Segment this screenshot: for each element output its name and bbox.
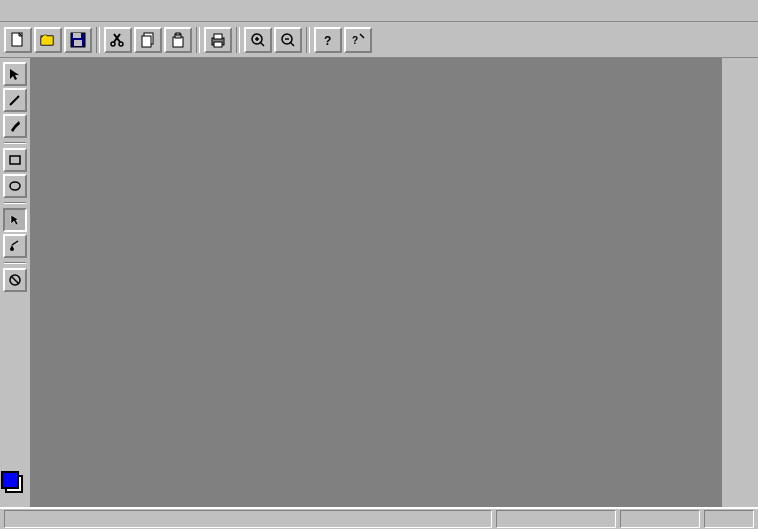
fg-color-swatch[interactable] [1, 471, 19, 489]
status-mode [704, 510, 754, 528]
paste-button[interactable] [164, 27, 192, 53]
svg-rect-4 [73, 33, 81, 38]
toolbar: ? ? [0, 22, 758, 58]
status-color1 [496, 510, 616, 528]
canvas-area[interactable] [32, 58, 720, 507]
tool-ellipse[interactable] [3, 174, 27, 198]
toolbar-sep-3 [236, 27, 240, 53]
color-selector [1, 471, 29, 503]
tool-pen[interactable] [3, 114, 27, 138]
new-button[interactable] [4, 27, 32, 53]
open-button[interactable] [34, 27, 62, 53]
menu-pattern-info[interactable] [40, 9, 52, 13]
color-swatch-area [1, 471, 29, 499]
tool-erase[interactable] [3, 268, 27, 292]
svg-rect-16 [214, 34, 222, 39]
toolbar-sep-4 [306, 27, 310, 53]
tool-sep-1 [4, 142, 26, 144]
svg-point-9 [119, 42, 123, 46]
menu-bar [0, 0, 758, 22]
help-button[interactable]: ? [314, 27, 342, 53]
svg-marker-27 [10, 69, 19, 80]
save-button[interactable] [64, 27, 92, 53]
svg-line-28 [10, 96, 19, 105]
tool-cursor[interactable] [3, 208, 27, 232]
toolbar-sep-1 [96, 27, 100, 53]
svg-line-32 [12, 241, 18, 245]
menu-help[interactable] [88, 9, 100, 13]
zoom-out-button[interactable] [274, 27, 302, 53]
status-color2 [620, 510, 700, 528]
whats-this-button[interactable]: ? [344, 27, 372, 53]
cut-button[interactable] [104, 27, 132, 53]
svg-line-23 [290, 42, 294, 46]
menu-file[interactable] [4, 9, 16, 13]
svg-point-8 [111, 42, 115, 46]
menu-colors[interactable] [64, 9, 76, 13]
tool-sep-2 [4, 202, 26, 204]
menu-import-image[interactable] [76, 9, 88, 13]
status-help [4, 510, 492, 528]
status-bar [0, 507, 758, 529]
menu-view[interactable] [28, 9, 40, 13]
main-area [0, 58, 758, 507]
svg-rect-11 [142, 36, 151, 47]
svg-text:?: ? [324, 34, 331, 48]
svg-rect-30 [10, 156, 20, 164]
palette-panel [720, 58, 758, 507]
svg-line-19 [260, 42, 264, 46]
menu-draw[interactable] [52, 9, 64, 13]
svg-line-34 [11, 276, 19, 284]
toolbar-sep-2 [196, 27, 200, 53]
tool-fill[interactable] [3, 234, 27, 258]
svg-rect-5 [74, 40, 82, 46]
menu-edit[interactable] [16, 9, 28, 13]
print-button[interactable] [204, 27, 232, 53]
tool-rect[interactable] [3, 148, 27, 172]
copy-button[interactable] [134, 27, 162, 53]
bead-canvas[interactable] [36, 62, 680, 482]
svg-rect-17 [214, 42, 222, 47]
svg-point-31 [10, 182, 20, 190]
tool-pencil[interactable] [3, 88, 27, 112]
tool-panel [0, 58, 32, 507]
tool-arrow[interactable] [3, 62, 27, 86]
svg-text:?: ? [352, 35, 358, 46]
tool-sep-3 [4, 262, 26, 264]
zoom-in-button[interactable] [244, 27, 272, 53]
svg-rect-14 [176, 33, 180, 35]
